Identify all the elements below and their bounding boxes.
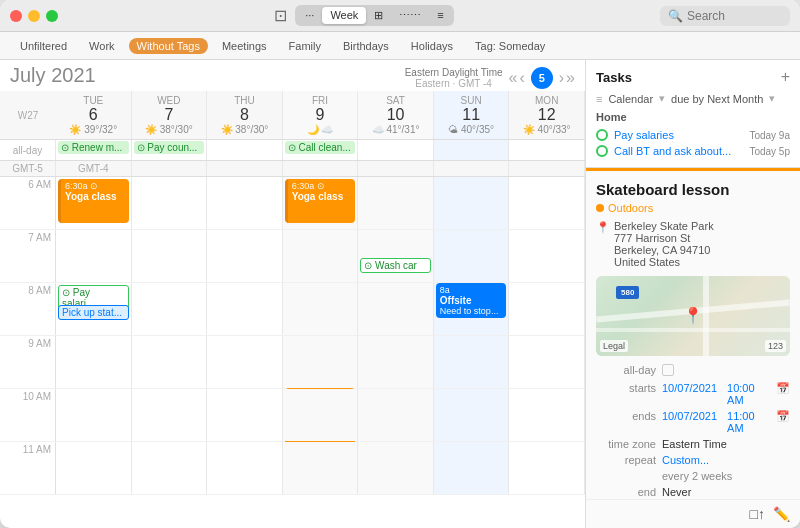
dots-view-btn[interactable]: ···: [297, 7, 322, 24]
time-cell-thu-9am[interactable]: [207, 336, 283, 388]
allday-event-pay-coun[interactable]: ⊙ Pay coun...: [134, 141, 205, 154]
event-yoga-tue[interactable]: 6:30a ⊙ Yoga class: [58, 179, 129, 223]
time-cell-mon-11am[interactable]: [509, 442, 585, 494]
day-header-mon[interactable]: MON 12 ☀️ 40°/33°: [509, 91, 585, 139]
day-header-sat[interactable]: SAT 10 ☁️ 41°/31°: [358, 91, 434, 139]
next-next-btn[interactable]: »: [566, 69, 575, 87]
grid9-view-btn[interactable]: ⋯⋯: [391, 7, 429, 24]
time-cell-thu-6am[interactable]: [207, 177, 283, 229]
time-cell-mon-9am[interactable]: [509, 336, 585, 388]
sidebar-toggle-icon[interactable]: ⊡: [274, 6, 287, 25]
time-cell-sun-8am[interactable]: 8a Offsite Need to stop...: [434, 283, 510, 335]
time-cell-sun-9am[interactable]: [434, 336, 510, 388]
time-cell-tue-10am[interactable]: [56, 389, 132, 441]
search-box[interactable]: 🔍: [660, 6, 790, 26]
time-cell-thu-11am[interactable]: [207, 442, 283, 494]
time-cell-sun-11am[interactable]: [434, 442, 510, 494]
timezone-value[interactable]: Eastern Time: [662, 438, 790, 450]
event-pick-up-stat[interactable]: Pick up stat...: [58, 305, 129, 320]
time-cell-thu-10am[interactable]: [207, 389, 283, 441]
day-header-wed[interactable]: WED 7 ☀️ 38°/30°: [132, 91, 208, 139]
time-cell-sat-10am[interactable]: [358, 389, 434, 441]
close-button[interactable]: [10, 10, 22, 22]
tasks-filter-due[interactable]: due by Next Month: [671, 93, 763, 105]
filter-meetings[interactable]: Meetings: [214, 38, 275, 54]
day-header-tue[interactable]: TUE 6 ☀️ 39°/32°: [56, 91, 132, 139]
ends-time[interactable]: 11:00 AM: [727, 410, 768, 434]
time-cell-thu-7am[interactable]: [207, 230, 283, 282]
time-cell-fri-11am[interactable]: [283, 442, 359, 494]
time-cell-fri-8am[interactable]: [283, 283, 359, 335]
ends-date[interactable]: 10/07/2021: [662, 410, 717, 434]
maximize-button[interactable]: [46, 10, 58, 22]
time-cell-tue-8am[interactable]: ⊙ Pay salari... Pick up stat...: [56, 283, 132, 335]
event-yoga-fri[interactable]: 6:30a ⊙ Yoga class: [285, 179, 356, 223]
day-header-thu[interactable]: THU 8 ☀️ 38°/30°: [207, 91, 283, 139]
next-btn[interactable]: ›: [559, 69, 564, 87]
grid4-view-btn[interactable]: ⊞: [366, 7, 391, 24]
time-cell-wed-8am[interactable]: [132, 283, 208, 335]
allday-cell-sat[interactable]: [358, 140, 434, 160]
time-cell-mon-8am[interactable]: [509, 283, 585, 335]
today-button[interactable]: 5: [531, 67, 553, 89]
time-cell-tue-9am[interactable]: [56, 336, 132, 388]
time-cell-wed-9am[interactable]: [132, 336, 208, 388]
allday-event-call-clean[interactable]: ⊙ Call clean...: [285, 141, 356, 154]
allday-cell-wed[interactable]: ⊙ Pay coun...: [132, 140, 208, 160]
allday-cell-fri[interactable]: ⊙ Call clean...: [283, 140, 359, 160]
allday-cell-thu[interactable]: [207, 140, 283, 160]
share-button[interactable]: □↑: [750, 506, 765, 522]
time-cell-sun-10am[interactable]: [434, 389, 510, 441]
week-view-btn[interactable]: Week: [322, 7, 366, 24]
filter-work[interactable]: Work: [81, 38, 122, 54]
time-cell-mon-6am[interactable]: [509, 177, 585, 229]
time-cell-wed-11am[interactable]: [132, 442, 208, 494]
starts-date[interactable]: 10/07/2021: [662, 382, 717, 406]
filter-holidays[interactable]: Holidays: [403, 38, 461, 54]
map-thumbnail[interactable]: 580 📍 Legal 123: [596, 276, 790, 356]
time-cell-sun-7am[interactable]: [434, 230, 510, 282]
time-cell-sun-6am[interactable]: [434, 177, 510, 229]
task-item-2[interactable]: Call BT and ask about... Today 5p: [596, 143, 790, 159]
time-cell-wed-7am[interactable]: [132, 230, 208, 282]
allday-event-renew[interactable]: ⊙ Renew m...: [58, 141, 129, 154]
time-cell-wed-10am[interactable]: [132, 389, 208, 441]
allday-checkbox[interactable]: [662, 364, 674, 378]
time-cell-fri-6am[interactable]: 6:30a ⊙ Yoga class: [283, 177, 359, 229]
day-header-sun[interactable]: SUN 11 🌤 40°/35°: [434, 91, 510, 139]
time-cell-fri-7am[interactable]: [283, 230, 359, 282]
time-cell-sat-8am[interactable]: [358, 283, 434, 335]
tasks-add-button[interactable]: +: [781, 68, 790, 86]
minimize-button[interactable]: [28, 10, 40, 22]
lines-view-btn[interactable]: ≡: [429, 7, 451, 24]
time-cell-mon-10am[interactable]: [509, 389, 585, 441]
filter-without-tags[interactable]: Without Tags: [129, 38, 208, 54]
allday-cell-mon[interactable]: [509, 140, 585, 160]
time-cell-fri-10am[interactable]: [283, 389, 359, 441]
time-cell-sat-9am[interactable]: [358, 336, 434, 388]
time-cell-tue-6am[interactable]: 6:30a ⊙ Yoga class: [56, 177, 132, 229]
edit-button[interactable]: ✏️: [773, 506, 790, 522]
time-cell-sat-11am[interactable]: [358, 442, 434, 494]
event-wash-car[interactable]: ⊙ Wash car: [360, 258, 431, 273]
allday-cell-tue[interactable]: ⊙ Renew m...: [56, 140, 132, 160]
starts-time[interactable]: 10:00 AM: [727, 382, 768, 406]
time-cell-fri-9am[interactable]: 10a ⊙ Skateboard... Berkeley Skat... 777…: [283, 336, 359, 388]
prev-prev-btn[interactable]: «: [509, 69, 518, 87]
calendar-icon-starts[interactable]: 📅: [776, 382, 790, 406]
time-cell-mon-7am[interactable]: [509, 230, 585, 282]
time-cell-wed-6am[interactable]: [132, 177, 208, 229]
time-cell-thu-8am[interactable]: [207, 283, 283, 335]
filter-unfiltered[interactable]: Unfiltered: [12, 38, 75, 54]
allday-cell-sun[interactable]: [434, 140, 510, 160]
filter-family[interactable]: Family: [281, 38, 329, 54]
prev-btn[interactable]: ‹: [519, 69, 524, 87]
time-cell-tue-7am[interactable]: [56, 230, 132, 282]
calendar-icon-ends[interactable]: 📅: [776, 410, 790, 434]
task-item-1[interactable]: Pay salaries Today 9a: [596, 127, 790, 143]
repeat-value[interactable]: Custom...: [662, 454, 790, 466]
tasks-filter-calendar[interactable]: Calendar: [608, 93, 653, 105]
event-offsite[interactable]: 8a Offsite Need to stop...: [436, 283, 507, 318]
day-header-fri[interactable]: FRI 9 🌙 ☁️: [283, 91, 359, 139]
filter-tag-someday[interactable]: Tag: Someday: [467, 38, 553, 54]
